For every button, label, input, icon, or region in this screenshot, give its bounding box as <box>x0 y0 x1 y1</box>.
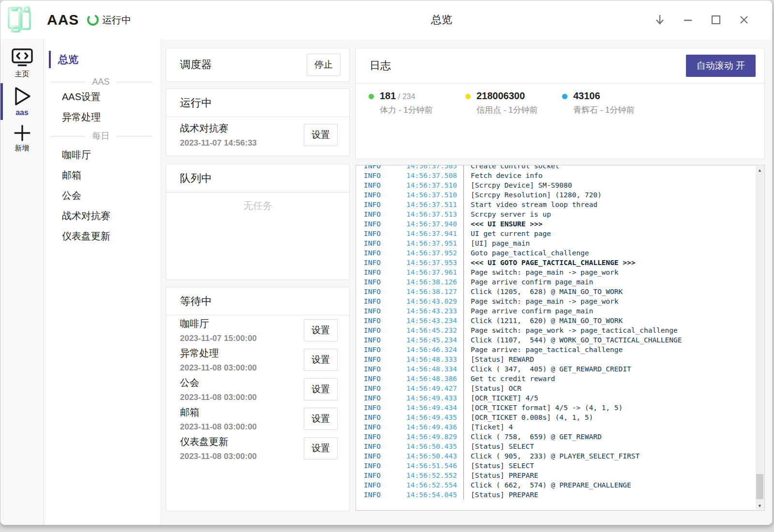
minimize-icon[interactable] <box>680 12 696 28</box>
log-line: INFO 14:56:48.333 [Status] REWARD <box>356 355 755 364</box>
log-line: INFO 14:56:43.233 Page arrive confirm pa… <box>356 306 755 316</box>
log-line: INFO 14:56:52.554 Click ( 662, 574) @ PR… <box>356 480 755 490</box>
sidebar-item-dashboard-update[interactable]: 仪表盘更新 <box>44 226 161 246</box>
log-message: [Ticket] 4 <box>463 422 513 432</box>
stat-value: 43106 <box>573 90 600 101</box>
log-level: INFO <box>356 200 406 209</box>
settings-button[interactable]: 设置 <box>304 124 338 146</box>
log-line: INFO 14:56:37.952 Goto page_tactical_cha… <box>356 248 755 258</box>
log-level: INFO <box>356 190 406 200</box>
sidebar-item-tactical-challenge[interactable]: 战术对抗赛 <box>44 206 161 226</box>
log-message: Click (1107, 544) @ WORK_GO_TO_TACTICAL_… <box>463 335 682 345</box>
log-message: [OCR_TICKET] 4/5 <box>463 393 538 403</box>
log-level: INFO <box>356 403 406 413</box>
stat-gems: 43106 青辉石 - 1分钟前 <box>562 90 659 116</box>
log-message: [Status] PREPARE <box>463 490 538 500</box>
settings-button[interactable]: 设置 <box>304 437 338 459</box>
log-level: INFO <box>356 209 406 219</box>
running-task-name: 战术对抗赛 <box>180 122 257 135</box>
log-message: Start video stream loop thread <box>463 200 597 209</box>
rail-item-new[interactable]: 新增 <box>0 124 44 153</box>
scroll-down-arrow-icon[interactable]: ▼ <box>756 502 764 510</box>
log-message: UI get current page <box>463 229 551 238</box>
log-message: Get tc credit reward <box>463 374 555 384</box>
scroll-up-arrow-icon[interactable]: ▲ <box>756 166 764 174</box>
sidebar-item-guild[interactable]: 公会 <box>44 185 161 206</box>
log-timestamp: 14:56:37.952 <box>406 248 463 258</box>
sidebar-item-exception-handling[interactable]: 异常处理 <box>44 107 161 127</box>
waiting-task-row: 邮箱 2023-11-08 03:00:00 设置 <box>166 404 349 433</box>
autoscroll-toggle-button[interactable]: 自动滚动 开 <box>686 55 756 77</box>
log-timestamp: 14:56:49.434 <box>406 403 463 413</box>
log-line: INFO 14:56:37.941 UI get current page <box>356 229 755 238</box>
log-message: Click ( 347, 405) @ GET_REWARD_CREDIT <box>463 364 631 374</box>
settings-button[interactable]: 设置 <box>304 349 338 371</box>
stat-max: / 234 <box>396 92 415 101</box>
log-timestamp: 14:56:43.029 <box>406 296 463 306</box>
section-label: 每日 <box>92 130 110 142</box>
log-message: [Status] SELECT <box>463 442 534 451</box>
log-timestamp: 14:56:38.127 <box>406 287 463 296</box>
close-icon[interactable] <box>736 12 752 28</box>
section-label: AAS <box>92 77 109 87</box>
log-timestamp: 14:56:51.546 <box>406 461 463 471</box>
log-level: INFO <box>356 345 406 355</box>
log-line: INFO 14:56:49.434 [OCR_TICKET format] 4/… <box>356 403 755 413</box>
sidebar-item-aas-settings[interactable]: AAS设置 <box>44 87 161 107</box>
app-logo-icon <box>5 4 36 35</box>
gems-dot-icon <box>562 94 567 99</box>
log-line: INFO 14:56:37.510 [Scrcpy Resolution] (1… <box>356 190 755 200</box>
stat-credits: 218006300 信用点 - 1分钟前 <box>465 90 562 116</box>
log-title: 日志 <box>370 59 391 73</box>
log-timestamp: 14:56:48.333 <box>406 355 463 364</box>
log-timestamp: 14:56:49.829 <box>406 432 463 442</box>
log-timestamp: 14:56:52.552 <box>406 471 463 480</box>
page-title: 总览 <box>431 13 452 27</box>
scheduler-title: 调度器 <box>180 58 212 72</box>
log-line: INFO 14:56:49.829 Click ( 758, 659) @ GE… <box>356 432 755 442</box>
log-timestamp: 14:56:38.126 <box>406 277 463 287</box>
log-line: INFO 14:56:38.127 Click (1205, 628) @ MA… <box>356 287 755 296</box>
maximize-icon[interactable] <box>708 12 724 28</box>
stat-stamina: 181 / 234 体力 - 1分钟前 <box>369 90 465 116</box>
main-content: 调度器 停止 运行中 战术对抗赛 2023-11-07 14:56:33 设置 … <box>161 39 772 525</box>
waiting-task-time: 2023-11-08 03:00:00 <box>180 393 257 402</box>
stat-label: 信用点 - 1分钟前 <box>476 104 538 116</box>
waiting-task-name: 异常处理 <box>180 347 257 360</box>
log-message: [Scrcpy Resolution] (1280, 720) <box>463 190 602 200</box>
credits-dot-icon <box>465 94 471 99</box>
log-message: [Status] OCR <box>463 384 521 393</box>
log-timestamp: 14:56:49.433 <box>406 393 463 403</box>
plus-icon <box>13 124 31 142</box>
log-line: INFO 14:56:46.324 Page arrive: page_tact… <box>356 345 755 355</box>
waiting-task-row: 仪表盘更新 2023-11-08 03:00:00 设置 <box>166 433 349 463</box>
log-message: [Status] PREPARE <box>463 471 538 480</box>
log-level: INFO <box>356 432 406 442</box>
log-scrollbar[interactable]: ▲ ▼ <box>756 166 764 510</box>
sidebar-item-overview[interactable]: 总览 <box>49 51 161 68</box>
waiting-task-time: 2023-11-08 03:00:00 <box>180 363 257 373</box>
download-icon[interactable] <box>652 12 668 28</box>
log-line: INFO 14:56:54.045 [Status] PREPARE <box>356 490 755 500</box>
log-timestamp: 14:56:46.324 <box>406 345 463 355</box>
settings-button[interactable]: 设置 <box>304 319 338 341</box>
log-line: INFO 14:56:51.546 [Status] SELECT <box>356 461 755 471</box>
log-timestamp: 14:56:48.334 <box>406 364 463 374</box>
log-timestamp: 14:56:37.940 <box>406 219 463 229</box>
sidebar-item-mail[interactable]: 邮箱 <box>44 165 161 185</box>
sidebar-item-cafe[interactable]: 咖啡厅 <box>44 145 161 165</box>
log-message: Goto page_tactical_challenge <box>463 248 589 258</box>
log-line: INFO 14:56:43.234 Click (1211, 620) @ MA… <box>356 316 755 325</box>
settings-button[interactable]: 设置 <box>304 408 338 430</box>
rail-item-aas[interactable]: aas <box>0 86 44 117</box>
settings-button[interactable]: 设置 <box>304 378 338 400</box>
log-level: INFO <box>356 287 406 296</box>
stop-button[interactable]: 停止 <box>307 54 341 76</box>
stat-label: 体力 - 1分钟前 <box>380 104 433 116</box>
log-line: INFO 14:56:49.433 [OCR_TICKET] 4/5 <box>356 393 755 403</box>
log-output-panel[interactable]: INFO 14:56:37.505 Create control socket … <box>356 165 765 511</box>
scrollbar-thumb[interactable] <box>756 474 763 499</box>
log-level: INFO <box>356 267 406 277</box>
rail-item-home[interactable]: 主页 <box>0 48 44 79</box>
log-level: INFO <box>356 277 406 287</box>
